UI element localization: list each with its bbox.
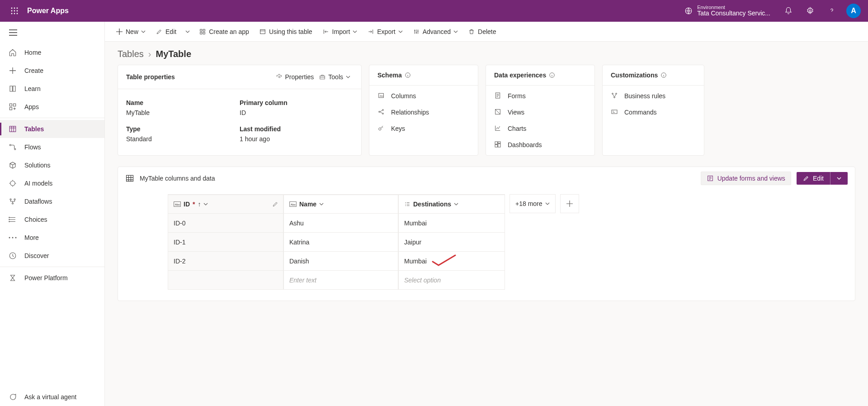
svg-rect-30: [200, 32, 202, 34]
cell-id-new[interactable]: [168, 271, 283, 290]
nav-home[interactable]: Home: [0, 43, 104, 62]
nav-more[interactable]: More: [0, 229, 104, 247]
nav-label: AI models: [24, 180, 52, 187]
cmd-using-table[interactable]: Using this table: [255, 25, 316, 38]
update-forms-button[interactable]: Update forms and views: [701, 172, 791, 185]
data-experiences-card: Data experiences Forms Views: [486, 65, 595, 156]
bell-icon: [784, 7, 793, 15]
cmd-new[interactable]: New: [112, 25, 149, 38]
cell-id[interactable]: ID-0: [168, 214, 283, 233]
more-columns-button[interactable]: +18 more: [509, 194, 556, 213]
svg-point-50: [612, 93, 613, 95]
schema-relationships-link[interactable]: Relationships: [377, 108, 470, 116]
cell-id[interactable]: ID-2: [168, 252, 283, 271]
cell-dest-new[interactable]: Select option: [398, 271, 505, 290]
nav-label: Solutions: [24, 162, 51, 169]
link-label: Business rules: [624, 92, 665, 100]
add-column-button[interactable]: [560, 194, 579, 213]
nav-discover[interactable]: Discover: [0, 247, 104, 265]
nav-solutions[interactable]: Solutions: [0, 156, 104, 174]
svg-rect-47: [498, 144, 500, 147]
user-avatar[interactable]: A: [846, 4, 861, 18]
nav-tables[interactable]: Tables: [0, 120, 104, 138]
column-header-name[interactable]: Abc Name: [283, 195, 398, 214]
link-label: Columns: [391, 92, 416, 100]
edit-dropdown[interactable]: [830, 174, 848, 182]
cmd-export[interactable]: Export: [363, 25, 406, 38]
chevron-down-icon: [453, 30, 458, 33]
cmd-edit[interactable]: Edit: [152, 25, 180, 38]
cmd-import[interactable]: Import: [319, 25, 361, 38]
nav-apps[interactable]: Apps: [0, 98, 104, 116]
forms-link[interactable]: Forms: [494, 92, 586, 100]
svg-text:Abc: Abc: [380, 95, 384, 97]
nav-flows[interactable]: Flows: [0, 138, 104, 156]
settings-button[interactable]: [799, 0, 821, 22]
svg-point-5: [17, 10, 18, 12]
cell-name[interactable]: Ashu: [283, 214, 398, 233]
column-header-destinations[interactable]: Destinations: [398, 195, 505, 214]
prop-name-value: MyTable: [126, 109, 240, 119]
nav-label: Home: [24, 49, 41, 56]
nav-learn[interactable]: Learn: [0, 80, 104, 98]
schema-columns-link[interactable]: Abc Columns: [377, 92, 470, 100]
help-button[interactable]: [821, 0, 843, 22]
cell-dest[interactable]: Mumbai: [398, 252, 505, 271]
pencil-icon[interactable]: [272, 201, 278, 207]
nav-ask-agent[interactable]: Ask a virtual agent: [0, 388, 104, 406]
schema-keys-link[interactable]: Keys: [377, 124, 470, 133]
chevron-down-icon: [353, 30, 357, 33]
svg-point-33: [278, 76, 280, 78]
nav-ai-models[interactable]: AI models: [0, 174, 104, 192]
cell-id[interactable]: ID-1: [168, 233, 283, 252]
more-icon: [8, 233, 17, 242]
breadcrumb: Tables › MyTable: [105, 42, 868, 65]
cmd-create-app[interactable]: Create an app: [195, 25, 253, 38]
business-rules-link[interactable]: Business rules: [611, 92, 696, 100]
svg-rect-45: [495, 142, 497, 144]
nav-label: Ask a virtual agent: [24, 393, 76, 401]
cell-name[interactable]: Katrina: [283, 233, 398, 252]
environment-picker[interactable]: Environment Tata Consultancy Servic...: [684, 5, 770, 17]
svg-point-17: [10, 181, 15, 186]
cmd-label: Create an app: [209, 28, 249, 35]
svg-text:Abc: Abc: [291, 203, 296, 206]
book-icon: [8, 84, 17, 93]
properties-button[interactable]: Properties: [274, 72, 317, 82]
nav-toggle-button[interactable]: [0, 22, 104, 43]
breadcrumb-root[interactable]: Tables: [118, 49, 144, 59]
svg-point-3: [11, 10, 13, 12]
trash-icon: [468, 28, 475, 35]
notifications-button[interactable]: [778, 0, 799, 22]
column-header-id[interactable]: Abc ID* ↑: [168, 195, 283, 214]
cmd-label: Edit: [165, 28, 176, 35]
svg-rect-12: [14, 104, 16, 106]
waffle-icon: [11, 7, 18, 14]
tools-button[interactable]: Tools: [316, 72, 353, 82]
info-icon[interactable]: [549, 72, 555, 78]
cell-dest[interactable]: Jaipur: [398, 233, 505, 252]
cell-name[interactable]: Danish: [283, 252, 398, 271]
edit-button[interactable]: Edit: [797, 172, 848, 185]
cmd-advanced[interactable]: Advanced: [409, 25, 462, 38]
nav-label: Choices: [24, 216, 47, 223]
nav-create[interactable]: Create: [0, 62, 104, 80]
charts-link[interactable]: Charts: [494, 124, 586, 133]
views-link[interactable]: Views: [494, 108, 586, 116]
dashboards-link[interactable]: Dashboards: [494, 141, 586, 149]
cmd-delete[interactable]: Delete: [464, 25, 500, 38]
cell-name-new[interactable]: Enter text: [283, 271, 398, 290]
app-launcher-button[interactable]: [4, 0, 25, 22]
nav-power-platform[interactable]: Power Platform: [0, 269, 104, 287]
nav-dataflows[interactable]: Dataflows: [0, 192, 104, 210]
action-label: Properties: [285, 73, 314, 81]
cmd-edit-dropdown[interactable]: [183, 28, 193, 36]
nav-choices[interactable]: Choices: [0, 210, 104, 229]
cell-dest[interactable]: Mumbai: [398, 214, 505, 233]
svg-text:Abc: Abc: [175, 203, 180, 206]
commands-link[interactable]: Commands: [611, 108, 696, 116]
key-icon: [377, 124, 386, 133]
nav-label: Tables: [24, 125, 44, 133]
info-icon[interactable]: [405, 72, 411, 78]
info-icon[interactable]: [660, 72, 667, 78]
